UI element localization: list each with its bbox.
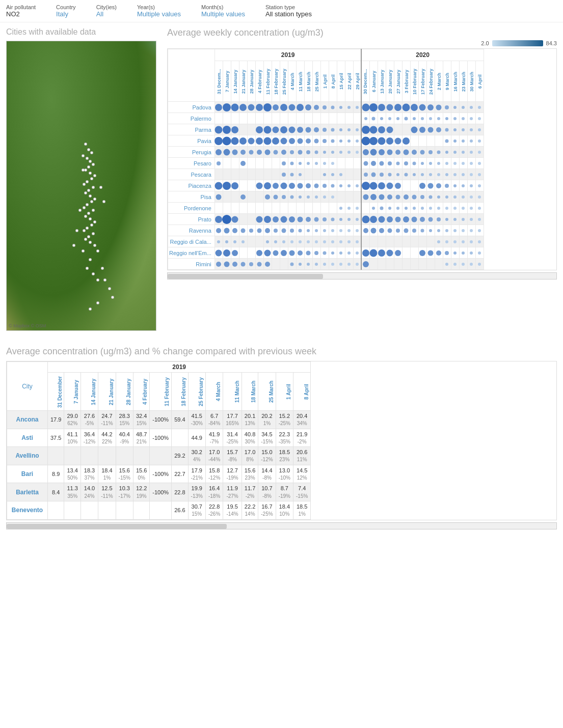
value-cell: 20.113%	[242, 411, 258, 429]
bubble-cell	[272, 113, 280, 124]
bubble	[215, 216, 222, 223]
value-cell	[48, 447, 64, 465]
header-years: Year(s) Multiple values	[137, 4, 181, 18]
bubble-cell	[459, 225, 467, 236]
value-cell: 30.715%	[188, 501, 205, 519]
bubble	[356, 139, 359, 143]
bubble-cell	[255, 203, 263, 214]
bubble	[428, 127, 434, 132]
bubble-cell	[475, 147, 484, 158]
bubble-cell	[263, 225, 272, 236]
bubble-cell	[304, 158, 312, 169]
bubble-cell	[475, 214, 484, 225]
bubble	[437, 150, 441, 154]
value-cell	[98, 447, 116, 465]
bubble-cell	[386, 236, 394, 247]
months-label: Month(s)	[201, 4, 245, 10]
value-cell: -100%	[150, 483, 172, 501]
data-table-wrapper[interactable]: City201931 December7 January14 January21…	[6, 361, 557, 520]
date-header-8: 25 February	[280, 61, 288, 102]
bubble-cell	[361, 225, 369, 236]
bubble-cell	[418, 113, 426, 124]
bubble-cell	[280, 158, 288, 169]
bubble-cell	[435, 147, 443, 158]
value: -100%	[152, 471, 169, 477]
bubble-cell	[329, 203, 337, 214]
bubble	[462, 139, 465, 143]
map-dot	[90, 223, 93, 227]
data-table-scrollbar[interactable]	[6, 522, 557, 529]
bubble	[331, 162, 334, 165]
value: 30.2	[192, 449, 202, 455]
pct: 12%	[297, 475, 307, 481]
bubble-cell	[410, 158, 418, 169]
bubble-cell	[280, 124, 288, 135]
pct: 35%	[67, 493, 77, 499]
bubble-chart-scrollbar[interactable]	[167, 272, 557, 279]
value: 13.0	[279, 467, 290, 473]
pct: 165%	[226, 421, 239, 426]
bubble	[421, 173, 424, 176]
bubble-cell	[451, 180, 459, 191]
value: 41.1	[67, 431, 77, 437]
dt-date-header-9: 4 March	[205, 373, 223, 411]
bubble	[240, 194, 246, 200]
value-cell: 16.4-18%	[205, 483, 223, 501]
bubble-cell	[386, 203, 394, 214]
bubble-cell	[426, 135, 435, 147]
bubble-cell	[369, 113, 378, 124]
bubble	[437, 229, 440, 232]
pct: -27%	[226, 493, 238, 499]
value: 22.8	[174, 489, 185, 495]
bubble	[371, 161, 376, 166]
table-row: Ancona17.929.062%27.6-5%24.7-11%28.315%3…	[7, 411, 311, 429]
city-label: Rimini	[168, 259, 215, 270]
bubble-cell	[475, 158, 484, 169]
bubble-cell	[239, 225, 247, 236]
bubble-cell	[231, 236, 239, 247]
value-cell: -100%	[150, 465, 172, 483]
bubble	[453, 184, 457, 187]
bubble-cell	[337, 214, 345, 225]
bubble	[323, 139, 327, 143]
bubble-cell	[280, 147, 288, 158]
bubble	[388, 207, 391, 210]
bubble-cell	[263, 169, 272, 180]
bubble-cell	[369, 135, 378, 147]
bubble	[445, 251, 449, 255]
map-dot	[90, 200, 93, 203]
bubble	[306, 127, 311, 132]
value-cell: 17.08%	[242, 447, 258, 465]
bubble-cell	[320, 203, 329, 214]
bubble-cell	[239, 247, 247, 259]
bubble-cell	[337, 158, 345, 169]
bubble	[298, 138, 303, 144]
table-row: Prato	[168, 214, 484, 225]
bubble	[396, 207, 399, 210]
table-row: Barletta8.411.335%14.024%12.5-11%10.3-17…	[7, 483, 311, 501]
bubble	[307, 162, 310, 165]
bubble-cell	[320, 259, 329, 270]
bubble-cell	[410, 147, 418, 158]
value: 59.4	[174, 416, 185, 423]
bubble-cell	[337, 113, 345, 124]
bubble	[265, 228, 270, 233]
value-cell: 18.337%	[81, 465, 98, 483]
pct: -7%	[210, 439, 219, 444]
bubble-cell	[418, 191, 426, 203]
table-row: Asti37.541.110%36.4-12%44.222%40.4-9%48.…	[7, 429, 311, 447]
bubble-cell	[402, 180, 410, 191]
bubble-cell	[467, 102, 475, 113]
bubble	[331, 263, 334, 266]
bubble-cell	[386, 191, 394, 203]
map-dot	[87, 148, 90, 151]
bubble	[478, 195, 481, 199]
bubble-cell	[369, 169, 378, 180]
bubble-chart-wrapper[interactable]: 2019202031 Decem...7 January14 January21…	[167, 48, 557, 270]
value: 7.4	[298, 485, 306, 491]
bubble-cell	[402, 135, 410, 147]
bubble-cell	[378, 158, 386, 169]
value-cell: 31.4-25%	[223, 429, 242, 447]
bubble-cell	[255, 191, 263, 203]
map-dot	[92, 232, 95, 235]
